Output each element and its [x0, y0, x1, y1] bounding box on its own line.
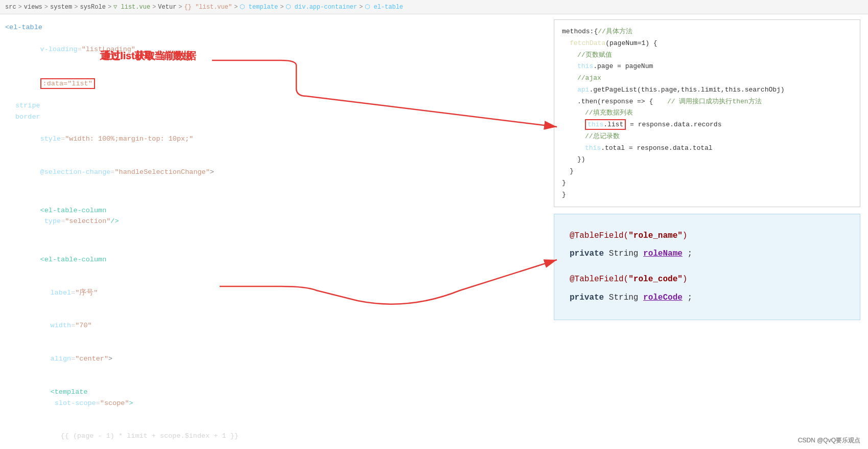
top-right-code-box: methods:{//具体方法 fetchData(pageNum=1) { /…	[554, 19, 860, 207]
code-line: fetchData(pageNum=1) {	[570, 38, 852, 50]
code-line: this.page = pageNum	[577, 61, 852, 73]
code-line: //ajax	[577, 73, 852, 84]
breadcrumb-item: system	[50, 4, 72, 11]
code-line: <el-table	[5, 22, 434, 33]
code-line: //总记录数	[585, 131, 852, 143]
code-line: .then(response => { // 调用接口成功执行then方法	[577, 96, 852, 108]
breadcrumb-item: Vetur	[158, 4, 176, 11]
code-line: style="width: 100%;margin-top: 10px;"	[15, 122, 434, 155]
code-line: align="center">	[26, 343, 434, 376]
tablefield-rolecode-code: private String roleCode ;	[570, 289, 844, 307]
code-line: //填充数据列表	[585, 107, 852, 119]
code-line: <template slot-scope="scope">	[26, 375, 434, 419]
tablefield-rolename-code: private String roleName ;	[570, 245, 844, 263]
code-line: label="序号"	[26, 276, 434, 309]
code-line: }	[570, 166, 852, 177]
tablefield-rolename-annotation: @TableField("role_name")	[570, 227, 844, 245]
code-line: })	[577, 154, 852, 166]
code-line: }	[562, 189, 852, 201]
left-code-panel: <el-table v-loading="listLoading" :data=…	[5, 19, 434, 449]
breadcrumb-item: ⬡ div.app-container	[286, 3, 357, 11]
code-line: border	[15, 111, 434, 123]
breadcrumb-item: src	[5, 4, 16, 11]
code-line: }	[562, 177, 852, 189]
code-line: width="70"	[26, 309, 434, 343]
breadcrumb-item: ⬡ template	[240, 3, 278, 11]
code-line: api.getPageList(this.page,this.limit,thi…	[577, 84, 852, 96]
code-line: stripe	[15, 100, 434, 111]
breadcrumb-item: ⬡ el-table	[365, 3, 403, 11]
code-line: this.total = response.data.total	[585, 143, 852, 154]
code-line-this-list: this.list = response.data.records	[585, 119, 852, 131]
code-line: <el-table-column type="selection"/>	[15, 194, 434, 238]
annotation-list-label: 通过list获取当前数据	[101, 49, 193, 62]
breadcrumb: src > views > system > sysRole > ▽ list.…	[0, 0, 868, 14]
footer-credit: CSDN @QvQ要乐观点	[798, 436, 860, 445]
code-line: //页数赋值	[577, 50, 852, 61]
breadcrumb-item: ▽ list.vue	[113, 3, 150, 11]
code-line: methods:{//具体方法	[562, 26, 852, 38]
breadcrumb-item: sysRole	[80, 4, 105, 11]
code-line: v-loading="listLoading"	[5, 33, 434, 66]
breadcrumb-item: {} "list.vue"	[184, 4, 232, 11]
tablefield-rolecode-annotation: @TableField("role_code")	[570, 271, 844, 288]
code-line-data: :data="list"	[15, 67, 434, 100]
breadcrumb-item: views	[24, 4, 42, 11]
code-line: {{ (page - 1) * limit + scope.$index + 1…	[36, 420, 434, 449]
bottom-right-code-box: @TableField("role_name") private String …	[554, 214, 860, 320]
code-line: <el-table-column	[15, 243, 434, 276]
code-line: @selection-change="handleSelectionChange…	[15, 155, 434, 189]
